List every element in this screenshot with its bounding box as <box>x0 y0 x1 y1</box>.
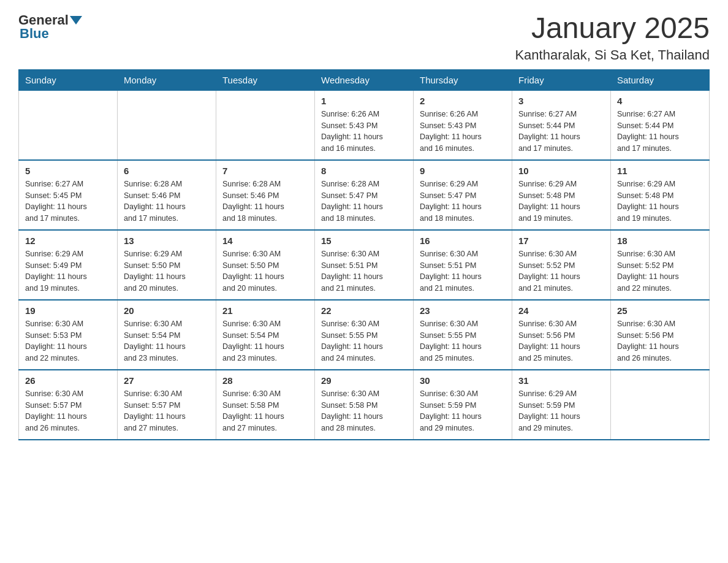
day-number: 6 <box>124 166 210 176</box>
day-number: 3 <box>518 96 604 106</box>
day-info: Sunrise: 6:30 AM Sunset: 5:55 PM Dayligh… <box>420 318 506 364</box>
day-of-week-header: Tuesday <box>216 69 315 90</box>
day-number: 7 <box>222 166 308 176</box>
calendar-cell: 30Sunrise: 6:30 AM Sunset: 5:59 PM Dayli… <box>414 370 512 440</box>
day-number: 10 <box>518 166 604 176</box>
day-number: 8 <box>321 166 407 176</box>
day-info: Sunrise: 6:27 AM Sunset: 5:44 PM Dayligh… <box>518 109 604 155</box>
day-info: Sunrise: 6:26 AM Sunset: 5:43 PM Dayligh… <box>420 109 506 155</box>
calendar-header: SundayMondayTuesdayWednesdayThursdayFrid… <box>19 69 710 90</box>
calendar-cell: 5Sunrise: 6:27 AM Sunset: 5:45 PM Daylig… <box>19 160 118 230</box>
calendar-cell <box>216 90 315 160</box>
day-number: 31 <box>518 375 604 386</box>
day-info: Sunrise: 6:26 AM Sunset: 5:43 PM Dayligh… <box>321 109 407 155</box>
day-info: Sunrise: 6:30 AM Sunset: 5:51 PM Dayligh… <box>321 248 407 294</box>
calendar-cell: 20Sunrise: 6:30 AM Sunset: 5:54 PM Dayli… <box>118 300 216 370</box>
calendar-cell: 15Sunrise: 6:30 AM Sunset: 5:51 PM Dayli… <box>315 230 414 300</box>
day-of-week-header: Thursday <box>414 69 512 90</box>
calendar-title: January 2025 <box>515 12 710 45</box>
day-number: 14 <box>222 236 308 246</box>
calendar-cell: 9Sunrise: 6:29 AM Sunset: 5:47 PM Daylig… <box>414 160 512 230</box>
day-info: Sunrise: 6:30 AM Sunset: 5:57 PM Dayligh… <box>124 388 210 434</box>
calendar-cell: 27Sunrise: 6:30 AM Sunset: 5:57 PM Dayli… <box>118 370 216 440</box>
calendar-cell: 6Sunrise: 6:28 AM Sunset: 5:46 PM Daylig… <box>118 160 216 230</box>
calendar-cell: 1Sunrise: 6:26 AM Sunset: 5:43 PM Daylig… <box>315 90 414 160</box>
calendar-cell: 29Sunrise: 6:30 AM Sunset: 5:58 PM Dayli… <box>315 370 414 440</box>
calendar-cell: 21Sunrise: 6:30 AM Sunset: 5:54 PM Dayli… <box>216 300 315 370</box>
calendar-cell: 11Sunrise: 6:29 AM Sunset: 5:48 PM Dayli… <box>611 160 710 230</box>
day-info: Sunrise: 6:30 AM Sunset: 5:54 PM Dayligh… <box>222 318 308 364</box>
day-number: 12 <box>25 236 111 246</box>
calendar-cell: 12Sunrise: 6:29 AM Sunset: 5:49 PM Dayli… <box>19 230 118 300</box>
day-info: Sunrise: 6:29 AM Sunset: 5:50 PM Dayligh… <box>124 248 210 294</box>
calendar-cell: 8Sunrise: 6:28 AM Sunset: 5:47 PM Daylig… <box>315 160 414 230</box>
day-number: 29 <box>321 375 407 386</box>
calendar-body: 1Sunrise: 6:26 AM Sunset: 5:43 PM Daylig… <box>19 90 710 440</box>
day-number: 21 <box>222 305 308 316</box>
calendar-cell <box>611 370 710 440</box>
day-of-week-header: Sunday <box>19 69 118 90</box>
day-number: 30 <box>420 375 506 386</box>
calendar-week-row: 5Sunrise: 6:27 AM Sunset: 5:45 PM Daylig… <box>19 160 710 230</box>
day-info: Sunrise: 6:29 AM Sunset: 5:49 PM Dayligh… <box>25 248 111 294</box>
calendar-cell: 10Sunrise: 6:29 AM Sunset: 5:48 PM Dayli… <box>512 160 611 230</box>
logo: General Blue <box>18 12 83 42</box>
day-info: Sunrise: 6:30 AM Sunset: 5:56 PM Dayligh… <box>518 318 604 364</box>
day-number: 18 <box>617 236 703 246</box>
calendar-cell: 31Sunrise: 6:29 AM Sunset: 5:59 PM Dayli… <box>512 370 611 440</box>
day-info: Sunrise: 6:30 AM Sunset: 5:50 PM Dayligh… <box>222 248 308 294</box>
page-header: General Blue January 2025 Kantharalak, S… <box>18 12 710 63</box>
day-number: 16 <box>420 236 506 246</box>
day-info: Sunrise: 6:27 AM Sunset: 5:45 PM Dayligh… <box>25 178 111 224</box>
calendar-cell: 3Sunrise: 6:27 AM Sunset: 5:44 PM Daylig… <box>512 90 611 160</box>
calendar-cell: 24Sunrise: 6:30 AM Sunset: 5:56 PM Dayli… <box>512 300 611 370</box>
day-info: Sunrise: 6:30 AM Sunset: 5:56 PM Dayligh… <box>617 318 703 364</box>
day-number: 11 <box>617 166 703 176</box>
title-block: January 2025 Kantharalak, Si Sa Ket, Tha… <box>515 12 710 63</box>
calendar-cell: 25Sunrise: 6:30 AM Sunset: 5:56 PM Dayli… <box>611 300 710 370</box>
day-number: 28 <box>222 375 308 386</box>
day-info: Sunrise: 6:29 AM Sunset: 5:59 PM Dayligh… <box>518 388 604 434</box>
day-info: Sunrise: 6:30 AM Sunset: 5:59 PM Dayligh… <box>420 388 506 434</box>
day-number: 15 <box>321 236 407 246</box>
day-info: Sunrise: 6:30 AM Sunset: 5:52 PM Dayligh… <box>617 248 703 294</box>
day-info: Sunrise: 6:30 AM Sunset: 5:52 PM Dayligh… <box>518 248 604 294</box>
calendar-cell: 14Sunrise: 6:30 AM Sunset: 5:50 PM Dayli… <box>216 230 315 300</box>
day-info: Sunrise: 6:30 AM Sunset: 5:53 PM Dayligh… <box>25 318 111 364</box>
day-number: 5 <box>25 166 111 176</box>
day-info: Sunrise: 6:30 AM Sunset: 5:51 PM Dayligh… <box>420 248 506 294</box>
calendar-cell: 28Sunrise: 6:30 AM Sunset: 5:58 PM Dayli… <box>216 370 315 440</box>
day-info: Sunrise: 6:29 AM Sunset: 5:47 PM Dayligh… <box>420 178 506 224</box>
calendar-cell: 2Sunrise: 6:26 AM Sunset: 5:43 PM Daylig… <box>414 90 512 160</box>
calendar-table: SundayMondayTuesdayWednesdayThursdayFrid… <box>18 69 710 440</box>
day-number: 4 <box>617 96 703 106</box>
day-number: 27 <box>124 375 210 386</box>
logo-arrow-icon <box>70 16 82 25</box>
day-number: 17 <box>518 236 604 246</box>
day-number: 23 <box>420 305 506 316</box>
calendar-cell <box>19 90 118 160</box>
day-info: Sunrise: 6:28 AM Sunset: 5:46 PM Dayligh… <box>222 178 308 224</box>
day-number: 9 <box>420 166 506 176</box>
day-info: Sunrise: 6:30 AM Sunset: 5:58 PM Dayligh… <box>222 388 308 434</box>
calendar-week-row: 1Sunrise: 6:26 AM Sunset: 5:43 PM Daylig… <box>19 90 710 160</box>
day-number: 1 <box>321 96 407 106</box>
calendar-cell: 16Sunrise: 6:30 AM Sunset: 5:51 PM Dayli… <box>414 230 512 300</box>
days-of-week-row: SundayMondayTuesdayWednesdayThursdayFrid… <box>19 69 710 90</box>
day-number: 24 <box>518 305 604 316</box>
day-number: 22 <box>321 305 407 316</box>
calendar-week-row: 26Sunrise: 6:30 AM Sunset: 5:57 PM Dayli… <box>19 370 710 440</box>
day-of-week-header: Saturday <box>611 69 710 90</box>
logo-blue-text: Blue <box>20 26 49 42</box>
day-info: Sunrise: 6:30 AM Sunset: 5:58 PM Dayligh… <box>321 388 407 434</box>
day-number: 19 <box>25 305 111 316</box>
day-number: 2 <box>420 96 506 106</box>
day-of-week-header: Monday <box>118 69 216 90</box>
day-number: 25 <box>617 305 703 316</box>
day-info: Sunrise: 6:27 AM Sunset: 5:44 PM Dayligh… <box>617 109 703 155</box>
day-info: Sunrise: 6:30 AM Sunset: 5:54 PM Dayligh… <box>124 318 210 364</box>
day-info: Sunrise: 6:28 AM Sunset: 5:47 PM Dayligh… <box>321 178 407 224</box>
day-of-week-header: Friday <box>512 69 611 90</box>
calendar-subtitle: Kantharalak, Si Sa Ket, Thailand <box>515 47 710 63</box>
calendar-cell: 17Sunrise: 6:30 AM Sunset: 5:52 PM Dayli… <box>512 230 611 300</box>
